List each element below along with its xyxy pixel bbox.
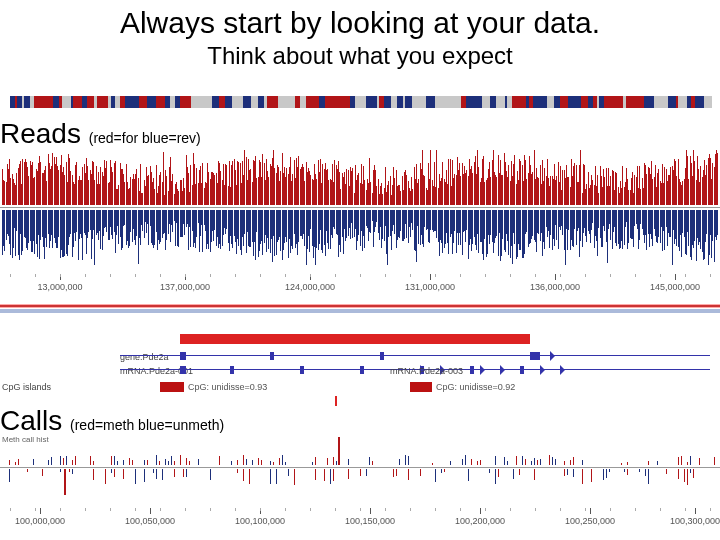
slide-title: Always start by looking at your data. xyxy=(0,0,720,40)
separator-red xyxy=(0,305,720,307)
axis2-t6: 100,300,000 xyxy=(670,516,720,526)
slide-subtitle: Think about what you expect xyxy=(0,42,720,70)
cpg-island-2 xyxy=(410,382,432,392)
axis2-t1: 100,050,000 xyxy=(125,516,175,526)
axis1-t2: 124,000,000 xyxy=(285,282,335,292)
calls-label: Calls (red=meth blue=unmeth) xyxy=(0,405,224,437)
cpg-island-2-label: CpG: unidisse=0.92 xyxy=(436,382,515,392)
reads-label-text: Reads xyxy=(0,118,81,149)
chromosome-header-1 xyxy=(0,88,720,116)
gene-zone: gene:Pde2a mRNA:Pde2a-001 mRNA:Pde2a-003… xyxy=(0,320,720,402)
cpg-island-1 xyxy=(160,382,184,392)
axis1-t1: 137,000,000 xyxy=(160,282,210,292)
axis2-t3: 100,150,000 xyxy=(345,516,395,526)
calls-label-annot: (red=meth blue=unmeth) xyxy=(70,417,224,433)
center-marker xyxy=(335,396,337,406)
axis-2-labels: 100,000,000 100,050,000 100,100,000 100,… xyxy=(0,516,720,534)
axis1-t3: 131,000,000 xyxy=(405,282,455,292)
gene-row xyxy=(120,350,710,362)
reads-reverse-strand xyxy=(0,210,720,265)
axis2-t4: 100,200,000 xyxy=(455,516,505,526)
axis2-t0: 100,000,000 xyxy=(15,516,65,526)
reads-label: Reads (red=for blue=rev) xyxy=(0,118,201,150)
mrna2-label: mRNA:Pde2a-003 xyxy=(390,366,463,376)
reads-label-annot: (red=for blue=rev) xyxy=(89,130,201,146)
calls-meth-row xyxy=(0,435,720,465)
calls-label-text: Calls xyxy=(0,405,62,436)
calls-track: Meth call hist xyxy=(0,435,720,505)
separator-blue xyxy=(0,309,720,313)
axis1-t0: 13,000,000 xyxy=(37,282,82,292)
reads-forward-strand xyxy=(0,150,720,205)
axis-1-ticks xyxy=(0,274,720,282)
axis2-t2: 100,100,000 xyxy=(235,516,285,526)
axis1-t5: 145,000,000 xyxy=(650,282,700,292)
calls-unmeth-row xyxy=(0,469,720,499)
gene-extent-bar xyxy=(180,334,530,344)
axis1-t4: 136,000,000 xyxy=(530,282,580,292)
axis2-t5: 100,250,000 xyxy=(565,516,615,526)
cpg-island-1-label: CpG: unidisse=0.93 xyxy=(188,382,267,392)
reads-track xyxy=(0,150,720,270)
cpg-islands-row-label: CpG islands xyxy=(2,382,51,392)
axis-2-ticks xyxy=(0,508,720,516)
axis-1-labels: 13,000,000 137,000,000 124,000,000 131,0… xyxy=(0,282,720,300)
